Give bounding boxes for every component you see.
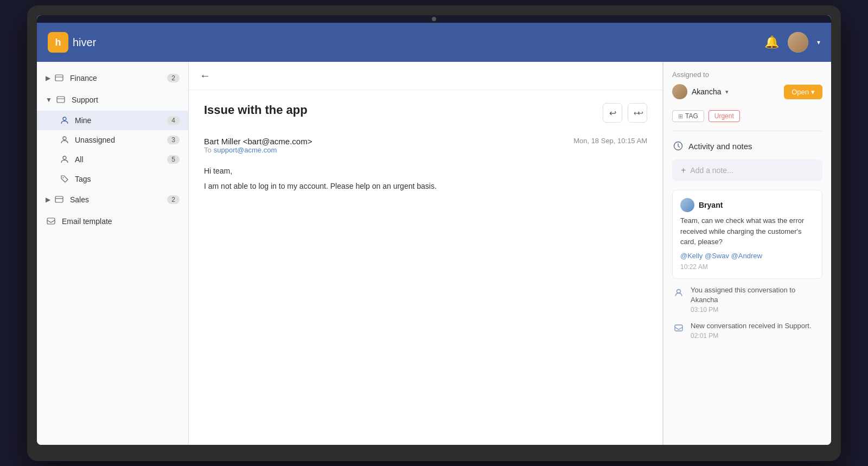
divider <box>672 131 822 131</box>
add-note-plus-icon: + <box>681 165 686 175</box>
activity-item-2-text: New conversation received in Support. <box>691 321 812 331</box>
finance-badge: 2 <box>167 74 180 82</box>
sidebar-item-sales[interactable]: ▶ Sales 2 <box>37 189 188 210</box>
avatar[interactable] <box>788 32 808 53</box>
bell-icon[interactable]: 🔔 <box>764 35 779 49</box>
all-badge: 5 <box>167 155 180 164</box>
sidebar-item-support[interactable]: ▼ Support <box>37 89 188 111</box>
activity-title: Activity and notes <box>688 142 752 151</box>
note-mentions: @Kelly @Swav @Andrew <box>680 252 814 260</box>
sidebar-item-email-template[interactable]: Email template <box>37 210 188 232</box>
reply-all-icon: ↩↩ <box>634 109 641 117</box>
email-header-row: Issue with the app ↩ ↩↩ <box>204 103 647 128</box>
activity-assign-icon <box>672 286 685 299</box>
open-button[interactable]: Open ▾ <box>784 85 822 99</box>
app-header: h hiver 🔔 ▾ <box>37 23 831 62</box>
user-menu-chevron[interactable]: ▾ <box>817 39 820 46</box>
assigned-section: Assigned to Akancha ▾ Open ▾ <box>672 71 822 99</box>
tag-label: TAG <box>685 112 698 120</box>
assignee-avatar <box>672 84 687 99</box>
sales-badge: 2 <box>167 195 180 204</box>
activity-item-2-content: New conversation received in Support. 02… <box>691 321 812 340</box>
note-time: 10:22 AM <box>680 263 814 271</box>
activity-item-2-time: 02:01 PM <box>691 332 812 340</box>
sidebar-sub-item-unassigned[interactable]: Unassigned 3 <box>37 130 188 150</box>
mine-icon <box>60 116 69 125</box>
email-actions: ↩ ↩↩ <box>603 103 647 123</box>
note-text: Team, can we check what was the error re… <box>680 215 814 247</box>
activity-inbox-icon <box>672 322 685 335</box>
back-button[interactable]: ← <box>200 69 210 82</box>
unassigned-icon <box>60 135 69 145</box>
assigned-row: Akancha ▾ Open ▾ <box>672 84 822 99</box>
reply-icon: ↩ <box>609 108 616 118</box>
email-from: Bart Miller <bart@acme.com> <box>204 137 312 146</box>
mine-label: Mine <box>75 116 167 125</box>
activity-item-2: New conversation received in Support. 02… <box>672 321 822 340</box>
assignee-selector[interactable]: Akancha ▾ <box>672 84 729 99</box>
reply-all-button[interactable]: ↩↩ <box>628 103 647 123</box>
finance-expand-icon: ▶ <box>46 74 50 82</box>
all-icon <box>60 155 69 164</box>
email-meta: Bart Miller <bart@acme.com> To support@a… <box>204 137 647 154</box>
sidebar-item-finance[interactable]: ▶ Finance 2 <box>37 67 188 89</box>
to-address: support@acme.com <box>214 146 277 154</box>
activity-item-1-content: You assigned this conversation to Akanch… <box>691 285 822 314</box>
note-author-row: Bryant <box>680 198 814 212</box>
camera-dot <box>432 17 436 21</box>
tag-chip[interactable]: ⊞ TAG <box>672 110 704 122</box>
svg-point-2 <box>63 117 66 120</box>
right-panel: Assigned to Akancha ▾ Open ▾ <box>663 62 831 445</box>
urgent-chip[interactable]: Urgent <box>709 110 740 122</box>
avatar-image <box>788 32 808 53</box>
svg-point-3 <box>63 137 66 140</box>
support-label: Support <box>72 95 180 104</box>
finance-label: Finance <box>70 74 167 82</box>
email-template-icon <box>46 216 56 227</box>
email-timestamp: Mon, 18 Sep, 10:15 AM <box>573 137 647 145</box>
svg-rect-1 <box>57 97 65 103</box>
unassigned-label: Unassigned <box>75 136 167 144</box>
assignee-name: Akancha <box>692 87 721 96</box>
urgent-label: Urgent <box>714 112 734 120</box>
reply-button[interactable]: ↩ <box>603 103 622 123</box>
email-body-line1: Hi team, <box>204 165 647 177</box>
header-right: 🔔 ▾ <box>764 32 820 53</box>
assignee-chevron-icon: ▾ <box>725 88 729 95</box>
svg-point-5 <box>63 177 64 178</box>
open-chevron-icon: ▾ <box>811 88 815 96</box>
add-note-box[interactable]: + Add a note... <box>672 159 822 181</box>
unassigned-badge: 3 <box>167 136 180 144</box>
activity-item-1: You assigned this conversation to Akanch… <box>672 285 822 314</box>
sidebar-sub-item-tags[interactable]: Tags <box>37 169 188 189</box>
activity-section: Activity and notes + Add a note... <box>672 140 822 340</box>
assigned-label: Assigned to <box>672 71 822 79</box>
add-note-placeholder: Add a note... <box>690 166 733 175</box>
email-content: Issue with the app ↩ ↩↩ <box>189 90 662 206</box>
support-inbox-icon <box>55 94 66 105</box>
sidebar-sub-item-mine[interactable]: Mine 4 <box>37 111 188 130</box>
support-expand-icon: ▼ <box>46 96 52 104</box>
logo-icon: h <box>48 32 68 53</box>
tags-row: ⊞ TAG Urgent <box>672 110 822 122</box>
activity-icon <box>672 140 684 152</box>
svg-rect-0 <box>55 75 63 81</box>
email-body: Hi team, I am not able to log in to my a… <box>204 165 647 193</box>
tag-icon: ⊞ <box>678 113 683 120</box>
mine-badge: 4 <box>167 116 180 125</box>
all-label: All <box>75 155 167 164</box>
email-toolbar: ← <box>189 62 662 90</box>
activity-header: Activity and notes <box>672 140 822 152</box>
sidebar-sub-item-all[interactable]: All 5 <box>37 150 188 169</box>
sidebar: ▶ Finance 2 ▼ <box>37 62 189 445</box>
note-author-name: Bryant <box>699 201 723 209</box>
tags-icon <box>60 174 69 184</box>
email-body-line2: I am not able to log in to my account. P… <box>204 180 647 192</box>
activity-item-1-time: 03:10 PM <box>691 306 822 314</box>
logo[interactable]: h hiver <box>48 32 96 53</box>
email-to-row: To support@acme.com <box>204 146 312 154</box>
logo-text: hiver <box>73 36 96 49</box>
finance-inbox-icon <box>54 73 65 84</box>
note-card: Bryant Team, can we check what was the e… <box>672 190 822 279</box>
to-label: To <box>204 146 212 154</box>
